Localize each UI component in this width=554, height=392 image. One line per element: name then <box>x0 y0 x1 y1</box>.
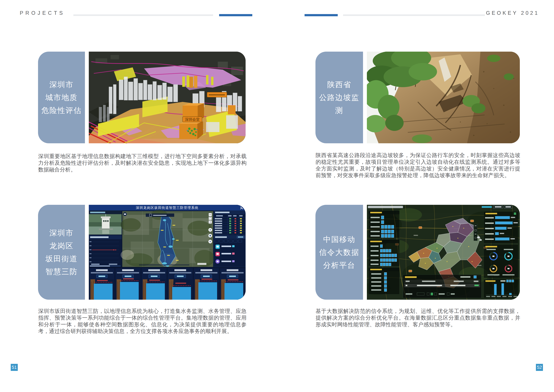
signaling-dashboard-svg <box>367 205 520 300</box>
bar-chart-panel <box>484 211 518 243</box>
header-rule-right <box>343 14 485 16</box>
project-title-line: 深圳市 <box>49 226 74 239</box>
projects-header-title: PROJECTS <box>20 10 65 16</box>
project-title-line: 中国移动 <box>323 233 355 246</box>
project-card-label-geology: 深圳市 城市地质 危险性评估 <box>38 52 85 143</box>
geology-3d-model-svg: 深圳会堂 <box>89 52 246 143</box>
page-number-left: 51 <box>11 364 18 371</box>
project-title-line: 危险性评估 <box>41 104 82 117</box>
map-zoom-controls <box>209 213 212 224</box>
dashboard-title-text: 深圳龙岗区坂田街道智慧三防管理系统 <box>136 206 199 210</box>
geology-label-text: 深圳会堂 <box>185 117 200 121</box>
column-chart-panel <box>484 279 518 298</box>
overview-counter-panel <box>368 211 399 238</box>
project-title-line: 深圳市 <box>49 78 74 91</box>
project-title-line: 智慧三防 <box>45 265 77 278</box>
page-number-right: 52 <box>536 364 543 371</box>
monitoring-stats-table <box>214 210 246 234</box>
project-description-bantian: 深圳市坂田街道智慧三防，以地理信息系统为核心，打造集水务监测、水务管理、应急指挥… <box>38 308 247 335</box>
project-title-line: 城市地质 <box>45 91 77 104</box>
statistics-list-panel <box>368 268 399 294</box>
project-card-label-bantian: 深圳市 龙岗区 坂田街道 智慧三防 <box>38 205 85 300</box>
slope-photo-svg <box>367 52 520 143</box>
geology-3d-model-image: 深圳会堂 <box>89 52 246 143</box>
project-title-line: 公路边坡监测 <box>315 91 363 117</box>
map-tool-buttons <box>208 228 212 244</box>
header-accent-left <box>219 14 252 16</box>
platform-title-textbar <box>368 206 403 208</box>
project-description-signaling: 基于大数据解决防范的信令系统，为规划、运维、优化等工作提供所需的支撑数据，提供解… <box>316 308 520 328</box>
alert-table-panel <box>403 275 481 298</box>
project-title-line: 龙岗区 <box>49 239 74 252</box>
project-title-line: 分析平台 <box>323 259 355 272</box>
satellite-map <box>121 210 215 267</box>
project-title-line: 坂田街道 <box>45 252 77 265</box>
bantian-dashboard-svg: 深圳龙岗区坂田街道智慧三防管理系统 <box>89 205 246 300</box>
geokey-header-title: GEOKEY 2021 <box>486 10 539 16</box>
project-title-line: 陕西省 <box>327 78 351 91</box>
map-scale-bar <box>197 263 206 265</box>
project-description-geology: 深圳重要地区基于地理信息数据构建地下三维模型，进行地下空间多要素分析，对承载力分… <box>38 153 247 173</box>
slope-photo-image <box>367 52 520 143</box>
header-rule-left <box>73 14 213 16</box>
water-gauge-strip <box>89 268 246 300</box>
flood-personnel-panel <box>214 235 246 267</box>
map-toolbar <box>474 224 478 241</box>
signaling-dashboard-image <box>367 205 520 300</box>
header-accent-right <box>305 14 338 16</box>
project-card-label-signaling: 中国移动 信令大数据 分析平台 <box>315 205 363 300</box>
water-level-chart-panel <box>89 235 122 267</box>
bantian-dashboard-image: 深圳龙岗区坂田街道智慧三防管理系统 <box>89 205 246 300</box>
reservoir-camera-panel <box>89 210 122 234</box>
ring-gauge-panel <box>484 245 518 278</box>
project-card-label-slope: 陕西省 公路边坡监测 <box>315 52 363 143</box>
project-description-slope: 陕西省某高速公路段沿途高边坡较多，为保证公路行车的安全，时刻掌握这些高边坡的稳定… <box>316 152 520 179</box>
warning-counter-panel <box>368 239 399 266</box>
project-title-line: 信令大数据 <box>319 246 359 259</box>
